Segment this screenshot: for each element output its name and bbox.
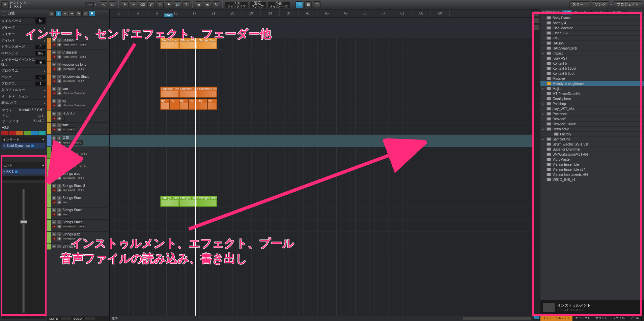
solo-button[interactable]: s (57, 244, 62, 249)
browser-item[interactable]: Reaktor5 16out (540, 122, 644, 127)
record-button[interactable]: ● (52, 91, 57, 95)
browser-item[interactable]: Melodyne singletrack (540, 81, 644, 86)
monitor-button[interactable]: ◉ (57, 42, 62, 47)
dropdown-icon[interactable]: ▾ (94, 2, 96, 7)
clip[interactable]: Strings Stacc (198, 38, 217, 49)
solo-button[interactable]: s (57, 232, 62, 236)
ruler-tick[interactable]: 41 (299, 9, 317, 17)
inspector-row[interactable]: ディレイ▸ (0, 37, 47, 44)
audio-value[interactable]: Kt. st. 1 (33, 119, 45, 124)
browser-strip-icon[interactable] (534, 18, 540, 24)
mute-button[interactable]: m (52, 74, 57, 79)
insert-plugin[interactable]: ▾Solid Dynamics (1, 142, 46, 149)
track-instrument[interactable]: Ko (62, 212, 68, 217)
record-button[interactable]: ● (52, 236, 57, 241)
tool-erase-icon[interactable]: ⌫ (139, 1, 146, 8)
song-button[interactable]: ソング (592, 1, 609, 8)
out-value[interactable]: Kontakt 5 2 CH 1 (19, 108, 45, 113)
inspector-row[interactable]: プログラム▸ (0, 68, 47, 74)
mute-button[interactable]: m (52, 50, 57, 55)
clip[interactable]: Superior Drumm (160, 87, 179, 98)
add-send-icon[interactable]: + (42, 164, 44, 167)
browser-item[interactable]: Vienna Ensemble (540, 162, 644, 167)
record-button[interactable]: ● (52, 103, 57, 107)
browser-item[interactable]: play_VST_x64 (540, 106, 644, 111)
track-channel[interactable]: CH 1 (77, 188, 85, 192)
solo-button[interactable]: s (57, 111, 62, 116)
send-slot[interactable]: ▾FX 1 (1, 168, 46, 175)
tracklist-add-icon[interactable]: + (62, 10, 68, 17)
monitor-button[interactable]: ◉ (57, 212, 62, 217)
browser-item[interactable]: Kontakt 5 16out (540, 66, 644, 71)
tool-range-icon[interactable]: ▭ (109, 1, 116, 8)
track-row[interactable]: msflute ●◉KCH 1 (47, 123, 109, 135)
record-button[interactable]: ● (52, 127, 57, 132)
browser-item[interactable]: Ethno VST (540, 31, 644, 36)
track-instrument[interactable]: Ethno VST (62, 164, 78, 168)
track-row[interactable]: mstam ●◉Superior Drummer (47, 86, 109, 98)
solo-button[interactable]: s (57, 184, 62, 188)
mute-button[interactable]: m (52, 232, 57, 236)
record-button[interactable]: ● (52, 212, 57, 217)
mute-button[interactable]: m (52, 62, 57, 67)
tool-paint-icon[interactable]: 🖌 (147, 1, 155, 8)
track-row[interactable]: msC Basson ●◉Vien...x648CH 1 (47, 50, 109, 62)
tool-flag-icon[interactable]: ⚑ (165, 1, 172, 8)
browser-item[interactable]: Massive (540, 76, 644, 81)
tracklist-config-icon[interactable]: ✦ (69, 10, 75, 17)
track-row[interactable]: msStrings Stacc ●◉Ko (47, 207, 109, 220)
tool-arrow-icon[interactable]: ↖ (100, 1, 107, 8)
track-channel[interactable]: CH 1 (79, 55, 87, 59)
browser-item[interactable]: Padshop (540, 101, 644, 106)
browser-item[interactable]: FM8 (540, 36, 644, 41)
solo-button[interactable]: s (57, 87, 62, 91)
track-instrument[interactable]: Kontakt 5 (62, 188, 76, 192)
inspector-row[interactable]: プログラ.1 (0, 81, 47, 87)
inspector-row[interactable]: レイヤーはイベントに従う◉ (0, 57, 47, 68)
quantize-box[interactable]: 1/16 クオンタイズ (225, 1, 248, 8)
mute-button[interactable]: m (52, 99, 57, 103)
inspector-row[interactable]: タイムベース拍 (0, 18, 47, 25)
browser-item[interactable]: Strum Electric GS-1 Vst (540, 142, 644, 147)
browser-item[interactable]: Superior Drummer (540, 147, 644, 152)
browser-item[interactable]: Factory (540, 132, 644, 137)
start-button[interactable]: スタート (569, 1, 590, 8)
browser-item[interactable]: Retrologue (540, 127, 644, 132)
track-color-icon[interactable] (2, 11, 6, 15)
ruler-tick[interactable]: 5 (129, 9, 147, 17)
tool-split-icon[interactable]: ✂ (130, 1, 137, 8)
track-row[interactable]: msStrings pizz ●◉Kontakt 5CH 4 (47, 232, 109, 244)
browser-item[interactable]: VibroMaster (540, 157, 644, 162)
solo-button[interactable]: s (57, 38, 62, 42)
track-row[interactable]: mswoodwinds long ●◉Kontakt 5CH 6 (47, 62, 109, 74)
ruler-tick[interactable]: 65 (412, 9, 431, 17)
mute-button[interactable]: m (52, 244, 57, 249)
track-channel[interactable]: CH 6 (77, 67, 85, 71)
monitor-button[interactable]: ◉ (57, 188, 62, 192)
arrange-view[interactable]: Start 159131721252933374145495357616569 … (110, 9, 533, 321)
track-instrument[interactable]: Kontakt 5 (62, 176, 76, 180)
inspector-row[interactable]: 表示: オフ▸ (0, 100, 47, 106)
browser-item[interactable]: Battery 4 (540, 21, 644, 26)
browser-sort-tab[interactable]: フォルダー (572, 10, 591, 15)
ruler-tick[interactable]: 33 (261, 9, 280, 17)
solo-button[interactable]: s (57, 208, 62, 212)
clip[interactable]: try (160, 99, 170, 110)
mute-button[interactable]: m (52, 184, 57, 188)
clip[interactable]: try (170, 99, 179, 110)
record-button[interactable]: ● (52, 79, 57, 83)
snap-box[interactable]: 適応 スナップ (249, 1, 266, 8)
timeline[interactable]: Strings StaccStrings StaccStrings StaccS… (110, 38, 533, 316)
marker-panel-icon[interactable]: ▦ (304, 1, 312, 8)
transport-rtz-icon[interactable]: ⏮ (195, 1, 202, 8)
notepad-icon[interactable]: ▢ (313, 1, 320, 8)
inspector-row[interactable]: オートメーション▸ (0, 93, 47, 100)
mute-button[interactable]: m (52, 159, 57, 164)
browser-item[interactable]: Omnisphere (540, 96, 644, 101)
ruler-tick[interactable]: 53 (355, 9, 374, 17)
solo-button[interactable]: s (57, 136, 62, 140)
send-level-bar[interactable] (1, 175, 46, 180)
browser-strip-icon[interactable] (534, 24, 540, 30)
monitor-button[interactable]: ◉ (57, 224, 62, 229)
send-power-icon[interactable] (15, 170, 18, 173)
